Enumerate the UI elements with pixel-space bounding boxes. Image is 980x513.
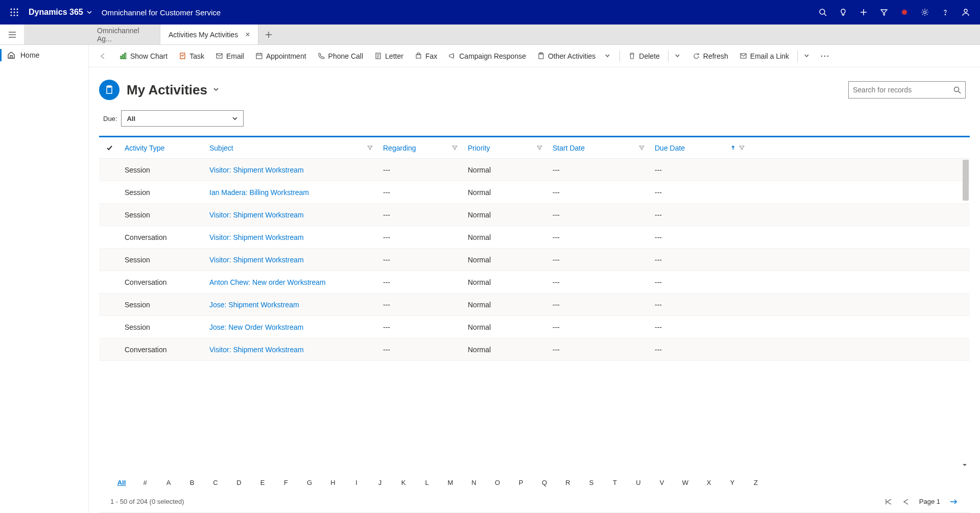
- help-icon[interactable]: [935, 0, 955, 25]
- filter-icon[interactable]: [639, 144, 644, 152]
- filter-icon[interactable]: [452, 144, 458, 152]
- filter-icon[interactable]: [739, 144, 745, 152]
- cmd-email-a-link[interactable]: Email a Link: [734, 47, 794, 65]
- settings-icon[interactable]: [915, 0, 935, 25]
- cmd-delete-chevron[interactable]: [672, 47, 686, 65]
- cmd-delete[interactable]: Delete: [623, 47, 664, 65]
- view-selector[interactable]: [212, 86, 220, 94]
- table-row[interactable]: Session Visitor: Shipment Workstream ---…: [99, 249, 970, 271]
- filter-icon[interactable]: [367, 144, 373, 152]
- alpha-f[interactable]: F: [275, 479, 297, 486]
- alpha-x[interactable]: X: [698, 479, 720, 486]
- alpha-k[interactable]: K: [392, 479, 415, 486]
- alpha-l[interactable]: L: [416, 479, 438, 486]
- filter-icon[interactable]: [537, 144, 542, 152]
- alpha-v[interactable]: V: [651, 479, 673, 486]
- pager-prev[interactable]: [902, 498, 910, 505]
- table-row[interactable]: Session Jose: New Order Workstream --- N…: [99, 316, 970, 338]
- sidebar-item-home[interactable]: Home: [0, 45, 88, 65]
- cmd-email[interactable]: Email: [210, 47, 249, 65]
- alpha-p[interactable]: P: [510, 479, 532, 486]
- subject-link[interactable]: Visitor: Shipment Workstream: [209, 211, 304, 219]
- alpha-#[interactable]: #: [134, 479, 156, 486]
- table-row[interactable]: Session Visitor: Shipment Workstream ---…: [99, 204, 970, 226]
- column-subject[interactable]: Subject: [204, 144, 378, 152]
- cmd-task[interactable]: Task: [174, 47, 209, 65]
- subject-link[interactable]: Visitor: Shipment Workstream: [209, 233, 304, 241]
- alpha-i[interactable]: I: [345, 479, 368, 486]
- alpha-o[interactable]: O: [486, 479, 509, 486]
- alpha-j[interactable]: J: [369, 479, 391, 486]
- table-row[interactable]: Conversation Visitor: Shipment Workstrea…: [99, 338, 970, 361]
- grid-body[interactable]: Session Visitor: Shipment Workstream ---…: [99, 159, 970, 473]
- scrollbar-thumb[interactable]: [963, 160, 969, 201]
- cmd-other-activities[interactable]: Other Activities: [532, 47, 601, 65]
- record-search[interactable]: [848, 81, 966, 99]
- alpha-a[interactable]: A: [157, 479, 180, 486]
- cmd-email-link-chevron[interactable]: [801, 47, 816, 65]
- alpha-b[interactable]: B: [181, 479, 203, 486]
- alpha-all[interactable]: All: [110, 479, 133, 486]
- alpha-q[interactable]: Q: [533, 479, 556, 486]
- column-regarding[interactable]: Regarding: [378, 144, 463, 152]
- sort-asc-icon[interactable]: [730, 144, 736, 152]
- cmd-letter[interactable]: Letter: [369, 47, 409, 65]
- alpha-y[interactable]: Y: [721, 479, 744, 486]
- search-input[interactable]: [853, 86, 953, 94]
- alpha-r[interactable]: R: [557, 479, 579, 486]
- subject-link[interactable]: Jose: Shipment Workstream: [209, 301, 299, 309]
- pager-next[interactable]: [949, 498, 959, 505]
- scroll-down-icon[interactable]: [962, 461, 968, 470]
- pager-first[interactable]: [885, 498, 893, 505]
- sidebar-toggle[interactable]: [0, 25, 25, 44]
- subject-link[interactable]: Visitor: Shipment Workstream: [209, 346, 304, 354]
- add-icon[interactable]: [853, 0, 874, 25]
- alpha-e[interactable]: E: [251, 479, 274, 486]
- cmd-phone-call[interactable]: Phone Call: [313, 47, 369, 65]
- due-select[interactable]: All: [121, 110, 244, 127]
- alpha-g[interactable]: G: [298, 479, 321, 486]
- cmd-other-activities-chevron[interactable]: [602, 47, 616, 65]
- search-icon[interactable]: [812, 0, 833, 25]
- cmd-appointment[interactable]: Appointment: [250, 47, 312, 65]
- alpha-c[interactable]: C: [204, 479, 227, 486]
- alpha-z[interactable]: Z: [745, 479, 767, 486]
- table-row[interactable]: Conversation Anton Chew: New order Works…: [99, 271, 970, 294]
- back-button[interactable]: [95, 48, 111, 64]
- subject-link[interactable]: Visitor: Shipment Workstream: [209, 256, 304, 264]
- table-row[interactable]: Conversation Visitor: Shipment Workstrea…: [99, 226, 970, 249]
- cmd-campaign-response[interactable]: Campaign Response: [443, 47, 531, 65]
- alpha-t[interactable]: T: [604, 479, 626, 486]
- app-launcher-icon[interactable]: [4, 8, 25, 16]
- cmd-show-chart[interactable]: Show Chart: [114, 47, 173, 65]
- cmd-overflow[interactable]: [817, 47, 836, 65]
- brand-switcher[interactable]: Dynamics 365: [29, 8, 92, 17]
- cmd-fax[interactable]: Fax: [410, 47, 442, 65]
- alpha-s[interactable]: S: [580, 479, 603, 486]
- table-row[interactable]: Session Visitor: Shipment Workstream ---…: [99, 159, 970, 181]
- alpha-h[interactable]: H: [322, 479, 344, 486]
- alpha-u[interactable]: U: [627, 479, 650, 486]
- subject-link[interactable]: Jose: New Order Workstream: [209, 323, 303, 331]
- tab-omnichannel-agent[interactable]: Omnichannel Ag...: [89, 25, 160, 44]
- alpha-w[interactable]: W: [674, 479, 697, 486]
- alpha-n[interactable]: N: [463, 479, 485, 486]
- subject-link[interactable]: Anton Chew: New order Workstream: [209, 278, 326, 286]
- alpha-d[interactable]: D: [228, 479, 250, 486]
- select-all-checkbox[interactable]: [99, 144, 119, 152]
- lightbulb-icon[interactable]: [833, 0, 853, 25]
- table-row[interactable]: Session Ian Madera: Billing Workstream -…: [99, 181, 970, 204]
- table-row[interactable]: Session Jose: Shipment Workstream --- No…: [99, 294, 970, 316]
- filter-icon[interactable]: [874, 0, 894, 25]
- column-start-date[interactable]: Start Date: [547, 144, 650, 152]
- tab-activities[interactable]: Activities My Activities ×: [160, 25, 258, 44]
- presence-indicator[interactable]: [894, 0, 915, 25]
- user-icon[interactable]: [955, 0, 976, 25]
- column-priority[interactable]: Priority: [463, 144, 547, 152]
- column-activity-type[interactable]: Activity Type: [119, 144, 204, 152]
- alpha-m[interactable]: M: [439, 479, 462, 486]
- close-icon[interactable]: ×: [245, 30, 250, 39]
- subject-link[interactable]: Ian Madera: Billing Workstream: [209, 188, 309, 197]
- column-due-date[interactable]: Due Date: [650, 144, 750, 152]
- cmd-refresh[interactable]: Refresh: [687, 47, 733, 65]
